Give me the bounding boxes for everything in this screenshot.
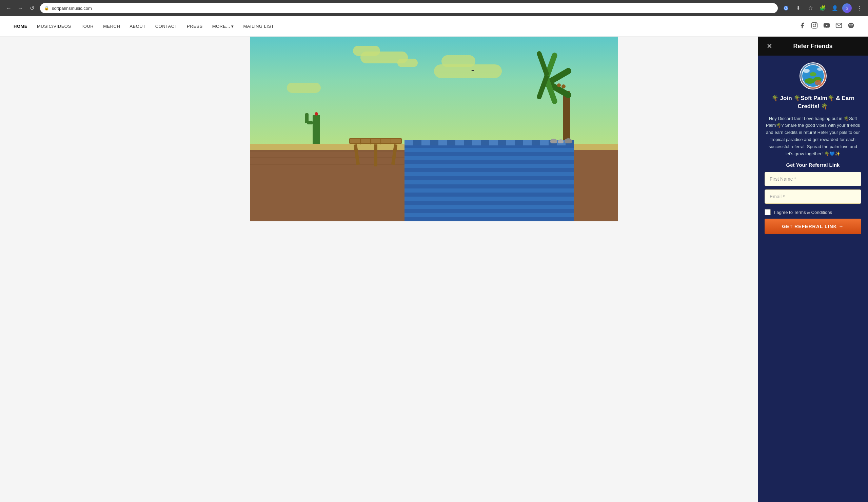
first-name-input[interactable]	[765, 172, 861, 186]
browser-chrome: ← → ↺ 🔒 softpalmsmusic.com ⬇ ☆ 🧩 👤 S ⋮	[0, 0, 868, 16]
cloud-3	[287, 83, 321, 93]
email-icon[interactable]	[836, 22, 842, 31]
terms-checkbox-row: I agree to Terms & Conditions	[765, 207, 861, 217]
nav-music-videos[interactable]: MUSIC/VIDEOS	[37, 24, 71, 29]
hero-image	[250, 36, 618, 221]
referral-link-label: Get Your Referral Link	[765, 162, 861, 168]
nav-tour[interactable]: TOUR	[81, 24, 94, 29]
google-icon[interactable]	[781, 3, 791, 13]
browser-right-icons: ⬇ ☆ 🧩 👤 S ⋮	[781, 3, 864, 13]
browser-forward-button[interactable]: →	[16, 3, 25, 13]
facebook-icon[interactable]	[799, 22, 806, 31]
palm-leaves	[531, 57, 589, 95]
download-icon[interactable]: ⬇	[793, 3, 803, 13]
youtube-icon[interactable]	[823, 22, 830, 31]
cactus-trunk	[313, 115, 320, 144]
first-name-field	[765, 172, 861, 186]
bookmark-icon[interactable]: ☆	[806, 3, 815, 13]
water	[404, 144, 574, 221]
refer-panel-header: ✕ Refer Friends	[758, 36, 868, 55]
spotify-icon[interactable]	[848, 22, 855, 31]
svg-point-3	[816, 24, 816, 24]
svg-rect-1	[812, 23, 817, 29]
svg-point-5	[848, 23, 854, 29]
extension-icon[interactable]: 🧩	[818, 3, 827, 13]
more-dropdown-arrow: ▾	[231, 24, 234, 29]
nav-merch[interactable]: MERCH	[103, 24, 120, 29]
get-referral-link-button[interactable]: GET REFERRAL LINK →	[765, 219, 861, 234]
referral-link-section: Get Your Referral Link I agree to Terms …	[765, 162, 861, 234]
refer-panel-join-title: 🌴 Join 🌴Soft Palm🌴 & Earn Credits! 🌴	[765, 94, 861, 111]
svg-point-2	[813, 24, 816, 27]
close-refer-panel-button[interactable]: ✕	[765, 41, 774, 51]
ground-right	[574, 144, 618, 221]
rocks	[550, 138, 572, 143]
site-nav: HOME MUSIC/VIDEOS TOUR MERCH ABOUT CONTA…	[13, 24, 274, 29]
water-waves	[404, 140, 574, 145]
page-wrapper: ← → ↺ 🔒 softpalmsmusic.com ⬇ ☆ 🧩 👤 S ⋮ H…	[0, 0, 868, 502]
ground-left	[250, 144, 405, 221]
browser-address-bar[interactable]: 🔒 softpalmsmusic.com	[40, 3, 778, 13]
svg-point-12	[817, 67, 823, 71]
main-content: ✕ Refer Friends	[0, 36, 868, 502]
refer-panel-title: Refer Friends	[793, 43, 833, 50]
svg-point-9	[810, 72, 816, 76]
palm-trunk	[563, 91, 570, 144]
social-icons	[799, 22, 855, 31]
refer-panel: ✕ Refer Friends	[758, 36, 868, 502]
lock-icon: 🔒	[44, 6, 49, 11]
browser-nav-buttons: ← → ↺	[4, 3, 37, 13]
bird	[471, 70, 474, 71]
cloud-1-right	[397, 59, 418, 67]
refer-panel-description: Hey Discord fam! Love hanging out in 🌴So…	[765, 115, 861, 158]
browser-avatar[interactable]: S	[842, 3, 852, 13]
email-input[interactable]	[765, 189, 861, 204]
refer-panel-body: 🌴 Join 🌴Soft Palm🌴 & Earn Credits! 🌴 Hey…	[758, 55, 868, 242]
dock-platform	[349, 138, 402, 144]
site-header: HOME MUSIC/VIDEOS TOUR MERCH ABOUT CONTA…	[0, 16, 868, 36]
nav-more[interactable]: MORE... ▾	[212, 24, 234, 29]
menu-icon[interactable]: ⋮	[855, 3, 864, 13]
nav-press[interactable]: PRESS	[187, 24, 203, 29]
nav-mailing-list[interactable]: MAILING LIST	[244, 24, 274, 29]
nav-home[interactable]: HOME	[13, 24, 28, 29]
svg-point-11	[803, 69, 810, 73]
browser-back-button[interactable]: ←	[4, 3, 13, 13]
cloud-2-top	[442, 55, 475, 67]
nav-about[interactable]: ABOUT	[130, 24, 145, 29]
profile-icon[interactable]: 👤	[830, 3, 839, 13]
cloud-1-top	[353, 46, 380, 56]
terms-label[interactable]: I agree to Terms & Conditions	[774, 210, 832, 215]
svg-point-7	[805, 78, 815, 84]
svg-point-13	[815, 80, 822, 85]
nav-contact[interactable]: CONTACT	[155, 24, 177, 29]
terms-checkbox[interactable]	[765, 209, 771, 215]
email-field	[765, 189, 861, 204]
instagram-icon[interactable]	[811, 22, 818, 31]
browser-reload-button[interactable]: ↺	[27, 3, 37, 13]
game-scene	[250, 36, 618, 221]
refer-avatar	[799, 62, 827, 90]
browser-url: softpalmsmusic.com	[52, 6, 92, 11]
